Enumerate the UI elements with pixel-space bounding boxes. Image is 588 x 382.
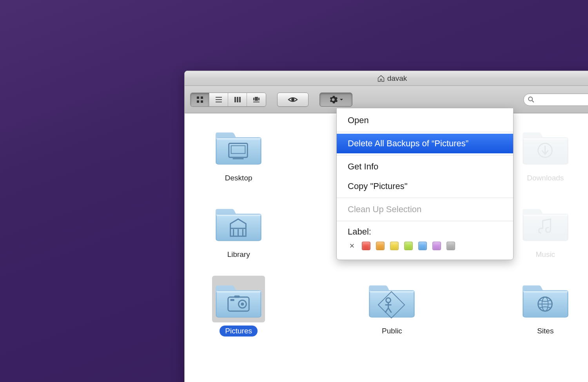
- svg-rect-33: [197, 100, 199, 103]
- view-coverflow-button[interactable]: [247, 93, 266, 106]
- svg-point-46: [528, 97, 532, 101]
- folder-icon: [214, 278, 263, 319]
- menu-separator: [337, 198, 513, 198]
- svg-rect-40: [239, 97, 241, 102]
- icon-view-icon: [196, 96, 204, 104]
- svg-rect-34: [201, 100, 203, 103]
- label-swatch[interactable]: [376, 242, 385, 250]
- label-swatch[interactable]: [390, 242, 399, 250]
- chevron-down-icon: [339, 98, 343, 102]
- window-titlebar: davak: [185, 71, 588, 86]
- svg-rect-41: [255, 97, 258, 101]
- menu-clean-up: Clean Up Selection: [337, 200, 513, 219]
- svg-rect-42: [253, 98, 254, 100]
- view-mode-segmented: [190, 93, 266, 107]
- folder-icon: [521, 125, 570, 166]
- svg-rect-43: [258, 98, 260, 100]
- folder-label: Downloads: [521, 173, 569, 184]
- label-swatches: ×: [348, 241, 502, 251]
- view-icon-button[interactable]: [191, 93, 209, 106]
- folder-label: Pictures: [220, 326, 258, 337]
- folder-icon: [214, 201, 263, 242]
- menu-separator: [337, 221, 513, 221]
- folder-icon-wrap: [212, 199, 265, 246]
- svg-rect-36: [216, 99, 222, 100]
- folder-icon-wrap: [519, 276, 572, 322]
- menu-separator: [337, 132, 513, 132]
- menu-copy[interactable]: Copy "Pictures": [337, 176, 513, 196]
- view-column-button[interactable]: [228, 93, 247, 106]
- folder-music[interactable]: Music: [504, 199, 587, 260]
- label-swatch[interactable]: [446, 242, 455, 250]
- label-swatch[interactable]: [432, 242, 441, 250]
- menu-open[interactable]: Open: [337, 111, 513, 130]
- action-dropdown-menu: Open Delete All Backups of “Pictures” Ge…: [336, 108, 514, 260]
- folder-icon-wrap: [212, 123, 265, 169]
- svg-rect-38: [234, 97, 236, 102]
- eye-icon: [288, 95, 298, 105]
- folder-icon: [521, 201, 570, 242]
- folder-label: Desktop: [220, 173, 258, 184]
- label-swatch[interactable]: [362, 242, 370, 250]
- folder-icon-wrap: [519, 199, 572, 246]
- svg-rect-44: [253, 102, 260, 102]
- label-clear[interactable]: ×: [348, 241, 356, 251]
- home-icon: [377, 75, 385, 82]
- folder-icon: [214, 125, 263, 166]
- label-swatch[interactable]: [404, 242, 413, 250]
- menu-get-info[interactable]: Get Info: [337, 157, 513, 176]
- folder-library[interactable]: Library: [197, 199, 280, 260]
- window-title: davak: [387, 74, 407, 83]
- column-view-icon: [234, 96, 241, 104]
- menu-label-header: Label:: [348, 227, 502, 237]
- folder-icon-wrap: [519, 123, 572, 169]
- folder-label: Public: [376, 326, 408, 337]
- svg-rect-37: [216, 102, 222, 102]
- svg-rect-32: [201, 96, 203, 99]
- folder-icon: [367, 278, 416, 319]
- quicklook-button[interactable]: [277, 93, 309, 107]
- coverflow-view-icon: [252, 96, 260, 104]
- folder-icon: [521, 278, 570, 319]
- svg-rect-39: [237, 97, 238, 102]
- svg-point-45: [291, 98, 294, 101]
- folder-label: Library: [222, 249, 256, 260]
- search-icon: [528, 96, 535, 103]
- menu-delete-backups[interactable]: Delete All Backups of “Pictures”: [337, 134, 513, 153]
- folder-label: Music: [530, 249, 561, 260]
- svg-rect-35: [216, 97, 222, 98]
- svg-rect-31: [197, 96, 199, 99]
- svg-line-47: [532, 100, 534, 102]
- menu-label-section: Label: ×: [337, 223, 513, 257]
- menu-separator: [337, 155, 513, 155]
- folder-pictures[interactable]: Pictures: [197, 276, 280, 337]
- folder-icon-wrap: [365, 276, 418, 322]
- folder-label: Sites: [532, 326, 559, 337]
- folder-desktop[interactable]: Desktop: [197, 123, 280, 184]
- label-swatch[interactable]: [418, 242, 427, 250]
- folder-public[interactable]: Public: [350, 276, 433, 337]
- folder-downloads[interactable]: Downloads: [504, 123, 587, 184]
- folder-icon-wrap: [212, 276, 265, 322]
- view-list-button[interactable]: [209, 93, 228, 106]
- action-menu-button[interactable]: [319, 93, 352, 107]
- search-input[interactable]: [523, 93, 588, 106]
- folder-sites[interactable]: Sites: [504, 276, 587, 337]
- gear-icon: [328, 95, 338, 104]
- list-view-icon: [215, 96, 223, 104]
